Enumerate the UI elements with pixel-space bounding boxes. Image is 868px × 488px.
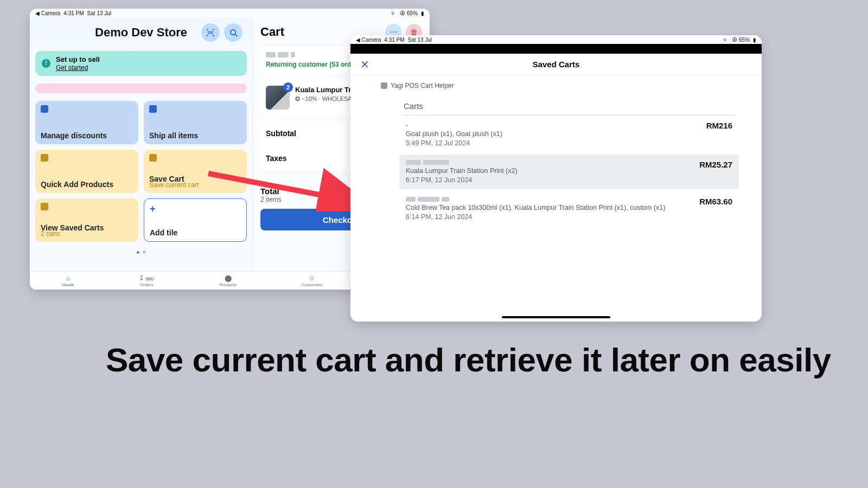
setup-link[interactable]: Get started <box>56 64 100 72</box>
info-icon: ! <box>42 59 50 68</box>
saved-cart-row[interactable]: Cold Brew Tea pack 10x300ml (x1), Kuala … <box>403 191 736 226</box>
status-bar-2: ◀ Camera 4:31 PM Sat 13 Jul ᯤ ⦿ 65% ▮ <box>350 35 762 44</box>
cart-title: Cart <box>260 25 284 39</box>
home-pane: Demo Dev Store ! Set up to sell Get star… <box>30 17 252 271</box>
nav-customers[interactable]: ☺Customers <box>302 274 323 287</box>
discount-icon <box>41 105 48 113</box>
app-attribution: Yagi POS Cart Helper <box>350 75 762 92</box>
plus-icon: + <box>150 203 241 215</box>
item-thumbnail: 2 <box>266 86 290 110</box>
nav-products[interactable]: ⬤Products <box>219 274 237 287</box>
nav-black-strip <box>350 44 762 54</box>
setup-banner[interactable]: ! Set up to sell Get started <box>35 51 247 76</box>
tile-view-saved[interactable]: View Saved Carts 2 carts <box>35 198 138 242</box>
item-qty-badge: 2 <box>283 82 293 92</box>
nav-home[interactable]: ⌂Home <box>62 274 74 287</box>
cart-price: RM63.60 <box>699 197 732 206</box>
saved-cart-row[interactable]: - Goat plush (x1), Goat plush (x1) 5:49 … <box>403 115 736 152</box>
scan-button[interactable] <box>201 23 220 42</box>
carts-section-header: Carts <box>403 97 736 115</box>
barcode-icon <box>206 28 215 37</box>
cart-time: 6:14 PM, 12 Jun 2024 <box>406 213 688 221</box>
setup-title: Set up to sell <box>56 55 100 64</box>
tile-add[interactable]: + Add tile <box>144 198 247 242</box>
status-back: ◀ Camera <box>35 10 60 16</box>
modal-header: ✕ Saved Carts <box>350 54 762 75</box>
home-indicator <box>502 316 610 318</box>
tile-quick-add[interactable]: Quick Add Products <box>35 150 138 193</box>
person-icon: ☺ <box>309 274 315 282</box>
cropped-tile-row <box>35 84 247 93</box>
status-date: Sat 13 Jul <box>87 10 111 16</box>
saved-carts-screenshot: ◀ Camera 4:31 PM Sat 13 Jul ᯤ ⦿ 65% ▮ ✕ … <box>350 35 762 322</box>
save-cart-icon <box>149 154 157 162</box>
quick-add-icon <box>41 154 48 162</box>
cart-customer: - <box>406 121 695 129</box>
tag-icon: ⬤ <box>225 274 232 282</box>
status-bar: ◀ Camera 4:31 PM Sat 13 Jul ᯤ ⦿ 65% ▮ <box>30 9 430 17</box>
home-icon: ⌂ <box>66 274 70 282</box>
marketing-headline: Save current cart and retrieve it later … <box>106 339 831 381</box>
ship-icon <box>149 105 157 113</box>
tile-manage-discounts[interactable]: Manage discounts <box>35 101 138 144</box>
orders-icon: ↧99+ <box>139 274 155 282</box>
saved-cart-row[interactable]: Kuala Lumpur Train Station Print (x2) 6:… <box>399 155 739 189</box>
modal-title: Saved Carts <box>350 60 762 69</box>
search-button[interactable] <box>224 23 242 42</box>
app-icon <box>381 82 387 89</box>
battery-icon: ▮ <box>421 10 424 16</box>
wifi-icon: ᯤ <box>391 10 397 16</box>
cart-time: 6:17 PM, 12 Jun 2024 <box>406 176 688 184</box>
store-title: Demo Dev Store <box>95 25 187 40</box>
tile-save-cart[interactable]: Save Cart Save current cart <box>144 150 247 193</box>
status-date: Sat 13 Jul <box>408 37 432 43</box>
page-indicator: ●+ <box>35 248 247 256</box>
subtotal-label: Subtotal <box>266 129 296 138</box>
cart-price: RM25.27 <box>699 160 732 169</box>
cart-customer-redacted <box>406 160 688 165</box>
nav-orders[interactable]: ↧99+Orders <box>139 274 155 287</box>
cart-items: Cold Brew Tea pack 10x300ml (x1), Kuala … <box>406 204 688 211</box>
cart-time: 5:49 PM, 12 Jul 2024 <box>406 139 695 147</box>
status-time: 4:31 PM <box>63 10 84 16</box>
status-time: 4:31 PM <box>384 37 404 43</box>
wifi-icon: ᯤ <box>723 37 729 43</box>
cart-price: RM216 <box>706 121 732 130</box>
cart-items: Goat plush (x1), Goat plush (x1) <box>406 130 695 138</box>
search-icon <box>229 29 238 37</box>
tile-ship-items[interactable]: Ship all items <box>144 101 247 144</box>
svg-line-1 <box>235 34 237 36</box>
cart-customer-redacted <box>406 197 688 202</box>
view-saved-icon <box>41 203 48 210</box>
taxes-label: Taxes <box>266 154 287 163</box>
battery-pct: ⦿ 65% <box>400 10 418 16</box>
status-back: ◀ Camera <box>356 37 381 43</box>
battery-pct: ⦿ 65% <box>732 37 750 43</box>
svg-point-0 <box>230 29 235 34</box>
cart-items: Kuala Lumpur Train Station Print (x2) <box>406 167 688 175</box>
battery-icon: ▮ <box>753 37 756 43</box>
